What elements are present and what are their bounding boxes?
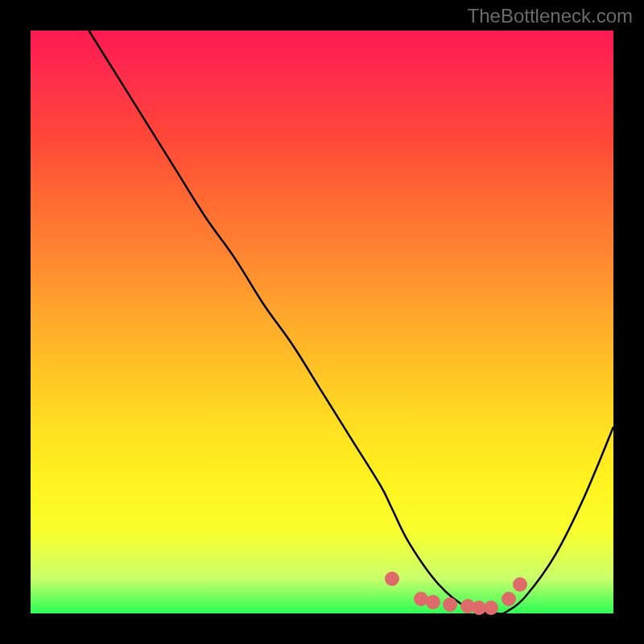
data-marker [502, 592, 516, 606]
data-marker [443, 597, 457, 612]
plot-area [31, 31, 613, 613]
marker-group [31, 31, 613, 613]
data-marker [426, 595, 440, 609]
data-marker [513, 577, 527, 592]
watermark: TheBottleneck.com [468, 5, 633, 27]
data-marker [484, 601, 498, 615]
data-marker [385, 572, 399, 586]
